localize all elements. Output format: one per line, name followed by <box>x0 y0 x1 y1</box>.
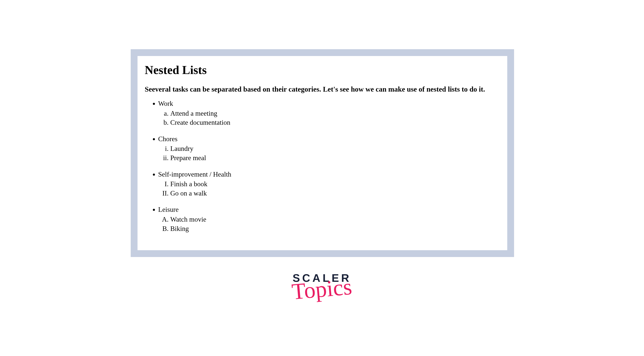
category-list: Work Attend a meeting Create documentati… <box>142 99 498 233</box>
list-item: Prepare meal <box>170 153 498 163</box>
document-body: Nested Lists Seeveral tasks can be separ… <box>138 56 507 250</box>
logo-text-topics: Topics <box>291 278 352 301</box>
category-name: Leisure <box>158 206 178 213</box>
category-name: Chores <box>158 135 178 143</box>
list-item: Go on a walk <box>170 189 498 198</box>
list-item: Chores Laundry Prepare meal <box>158 134 498 163</box>
list-item: Attend a meeting <box>170 109 498 118</box>
list-item: Watch movie <box>170 215 498 224</box>
document-frame: Nested Lists Seeveral tasks can be separ… <box>131 49 514 257</box>
nested-list: Laundry Prepare meal <box>158 144 498 162</box>
list-item: Leisure Watch movie Biking <box>158 205 498 233</box>
list-item: Laundry <box>170 144 498 153</box>
category-name: Work <box>158 100 173 107</box>
nested-list: Finish a book Go on a walk <box>158 179 498 198</box>
list-item: Create documentation <box>170 118 498 127</box>
list-item: Finish a book <box>170 179 498 189</box>
page-title: Nested Lists <box>145 63 498 77</box>
brand-logo: SCALER Topics <box>292 273 352 300</box>
list-item: Biking <box>170 224 498 233</box>
page-subtitle: Seeveral tasks can be separated based on… <box>145 85 498 93</box>
nested-list: Watch movie Biking <box>158 215 498 233</box>
list-item: Work Attend a meeting Create documentati… <box>158 99 498 127</box>
list-item: Self-improvement / Health Finish a book … <box>158 170 498 198</box>
category-name: Self-improvement / Health <box>158 171 231 178</box>
nested-list: Attend a meeting Create documentation <box>158 109 498 127</box>
